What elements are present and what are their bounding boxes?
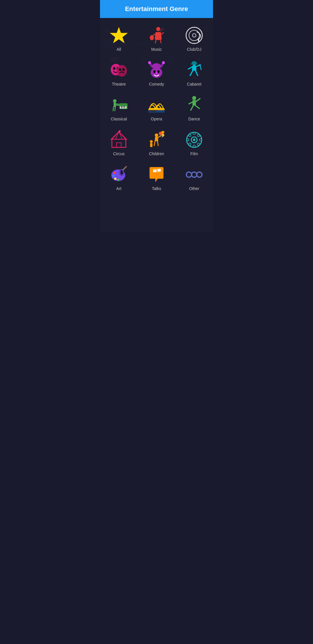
svg-point-18 [148,61,151,64]
svg-rect-45 [124,106,125,108]
genre-item-classical[interactable]: Classical [100,91,138,125]
svg-line-53 [112,132,119,139]
theatre-icon [110,61,128,79]
genre-item-cabaret[interactable]: Cabaret [175,56,213,91]
svg-point-11 [192,34,196,37]
svg-line-62 [154,141,155,146]
genre-item-comedy[interactable]: Comedy [138,56,175,91]
svg-rect-59 [117,143,121,147]
svg-point-74 [193,139,195,141]
genre-item-opera[interactable]: Opera [138,91,175,125]
svg-point-94 [192,172,197,177]
svg-marker-58 [119,131,121,132]
svg-point-81 [197,134,200,137]
svg-point-6 [150,35,154,40]
genre-modal: Entertainment Genre All [100,0,213,232]
svg-line-48 [196,99,200,102]
svg-point-66 [161,131,164,134]
svg-point-93 [186,172,192,177]
genre-item-theatre[interactable]: Theatre [100,56,138,91]
genre-label-talks: Talks [152,186,161,191]
other-icon [185,165,203,184]
svg-point-17 [122,68,125,71]
genre-label-dance: Dance [188,117,200,121]
genre-label-clubdj: Club/DJ [187,47,201,52]
svg-line-64 [158,136,161,138]
genre-item-talks[interactable]: ❝❞ Talks [138,160,175,195]
svg-rect-26 [191,64,198,64]
art-icon [110,165,128,184]
svg-line-27 [190,70,193,75]
svg-point-89 [117,179,119,181]
svg-point-16 [119,68,121,71]
genre-grid: All ♪ ♫ Music [100,21,213,195]
svg-line-4 [155,39,156,43]
children-icon [147,131,166,149]
svg-point-86 [114,172,116,174]
genre-label-music: Music [151,47,162,52]
svg-point-33 [113,99,117,103]
svg-text:❝❞: ❝❞ [152,168,161,177]
svg-rect-43 [121,106,122,108]
svg-point-9 [186,27,202,44]
svg-line-49 [189,102,192,104]
genre-label-opera: Opera [151,117,162,121]
dj-icon [185,26,203,45]
svg-line-35 [115,107,115,111]
svg-point-80 [197,143,200,145]
svg-line-63 [157,141,158,146]
genre-item-film[interactable]: Film [175,125,213,160]
svg-point-15 [117,65,127,77]
svg-point-22 [157,70,160,73]
genre-item-other[interactable]: Other [175,160,213,195]
modal-header: Entertainment Genre [100,0,213,18]
genre-item-circus[interactable]: Circus [100,125,138,160]
svg-point-87 [112,175,115,177]
genre-item-dance[interactable]: Dance [175,91,213,125]
genre-item-music[interactable]: ♪ ♫ Music [138,21,175,56]
film-icon [185,131,203,149]
modal-title: Entertainment Genre [125,5,188,12]
svg-point-1 [156,27,160,31]
svg-point-88 [114,178,117,180]
genre-item-all[interactable]: All [100,21,138,56]
genre-label-comedy: Comedy [149,82,164,86]
genre-grid-wrap: All ♪ ♫ Music [100,18,213,232]
svg-marker-0 [110,27,128,43]
svg-rect-42 [125,106,126,108]
svg-point-21 [153,70,156,73]
genre-label-theatre: Theatre [112,82,126,86]
svg-point-23 [156,72,157,74]
svg-line-50 [191,105,194,110]
music-icon: ♪ ♫ [147,26,166,45]
svg-rect-25 [192,61,196,64]
svg-line-5 [160,39,161,43]
genre-item-art[interactable]: Art [100,160,138,195]
talks-icon: ❝❞ [147,165,166,184]
svg-point-32 [199,64,201,66]
svg-point-61 [155,133,158,137]
svg-line-29 [188,67,192,69]
opera-icon [147,96,166,114]
comedy-icon [147,61,166,79]
svg-point-13 [113,67,115,70]
genre-label-art: Art [116,186,121,191]
svg-line-56 [119,132,126,139]
svg-line-90 [123,167,126,170]
genre-label-other: Other [189,186,199,191]
circus-icon [110,131,128,149]
svg-point-82 [189,143,191,145]
genre-item-clubdj[interactable]: Club/DJ [175,21,213,56]
svg-point-79 [189,134,191,137]
svg-point-71 [150,140,153,143]
cabaret-icon [185,61,203,79]
svg-rect-44 [123,106,123,108]
genre-item-children[interactable]: Children [138,125,175,160]
svg-line-36 [116,104,120,104]
svg-line-51 [195,105,199,108]
svg-text:♫: ♫ [162,27,164,30]
all-icon [110,26,128,45]
svg-line-34 [113,107,114,111]
genre-label-classical: Classical [111,117,127,121]
svg-line-3 [162,32,163,34]
